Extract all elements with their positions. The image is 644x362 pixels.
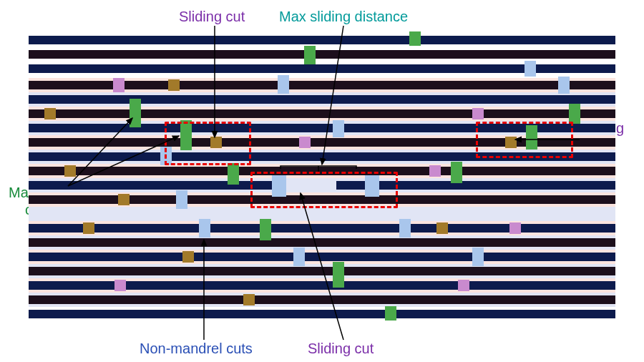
wire [29,253,615,261]
wire [29,36,615,44]
wire [29,238,615,247]
sliding-cut [44,108,56,119]
mandrel-cut [385,306,396,321]
non-mandrel-cut [333,120,344,137]
wire [29,95,615,104]
mandrel-cut [569,104,580,124]
highlight-box [250,172,398,208]
wire [29,310,615,318]
non-mandrel-cut [399,219,411,238]
mandrel-cut [260,219,271,240]
label-max-sliding-distance: Max sliding distance [279,9,408,25]
sliding-cut [118,194,130,205]
sliding-cut [472,108,484,119]
sliding-cut [436,222,448,234]
sliding-cut [429,165,441,177]
mandrel-cut [130,99,141,127]
wire [29,267,615,275]
highlight-box [476,122,573,158]
sliding-cut [299,137,311,148]
sliding-cut [114,280,126,291]
mandrel-cut [228,163,239,185]
non-mandrel-cut [176,190,187,209]
non-mandrel-cut [472,248,484,266]
mandrel-cut [409,31,421,46]
layout-diagram [29,36,615,343]
sliding-cut [458,280,469,291]
mandrel-cut [451,162,462,183]
wire [29,181,283,190]
non-mandrel-cut [293,248,305,266]
sliding-cut [168,79,180,91]
sliding-cut [182,251,194,263]
sliding-cut [113,78,125,92]
sliding-cut [243,294,255,305]
non-mandrel-cut [199,219,210,238]
mandrel-cut [333,262,344,288]
wire [29,109,615,118]
non-mandrel-cut [558,77,570,94]
sliding-cut [83,222,94,234]
wire [29,50,615,59]
wire [29,295,615,304]
sliding-cut [509,222,521,234]
wire [29,224,615,233]
sliding-cut [64,165,76,177]
highlight-box [165,122,251,165]
mandrel-cut [304,46,316,64]
non-mandrel-cut [525,61,536,77]
non-mandrel-cut [278,75,289,94]
label-sliding-cut-top: Sliding cut [179,9,245,25]
